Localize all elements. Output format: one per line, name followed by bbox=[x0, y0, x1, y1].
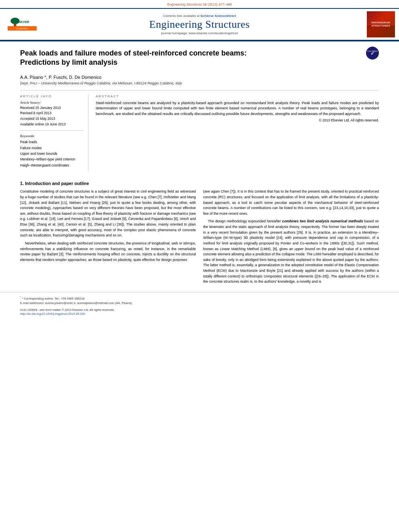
article-info-col: ARTICLE INFO Article history: Received 2… bbox=[20, 94, 88, 172]
paper-title: Peak loads and failure modes of steel-re… bbox=[20, 49, 362, 68]
abstract-text: Steel-reinforced concrete beams are anal… bbox=[96, 101, 379, 117]
corresponding-text: * Corresponding author. Tel.: +39 0965 3… bbox=[22, 296, 85, 300]
doi-link[interactable]: http://dx.doi.org/10.1016/j.engstruct.20… bbox=[20, 312, 379, 316]
journal-ref-text: Engineering Structures 56 (2013) 477–488 bbox=[167, 2, 232, 6]
engineering-structures-badge-container: ENGINEERING STRUCTURES bbox=[359, 11, 395, 37]
body-para-3: (see again Chen [7]). It is in this cont… bbox=[203, 189, 379, 216]
badge-line1: ENGINEERING bbox=[371, 21, 391, 25]
keyword-4: Menétrey–Willam-type yield criterion bbox=[20, 156, 83, 162]
abstract-col: ABSTRACT Steel-reinforced concrete beams… bbox=[96, 94, 379, 172]
journal-title: Engineering Structures bbox=[40, 18, 359, 31]
revised-date: Revised 8 April 2013 bbox=[20, 111, 83, 116]
svg-text:CrossMark: CrossMark bbox=[367, 50, 378, 52]
article-info-abstract: ARTICLE INFO Article history: Received 2… bbox=[20, 90, 379, 172]
sciverse-line: Contents lists available at SciVerse Sci… bbox=[40, 14, 359, 18]
keyword-5: Haigh–Westergaard coordinates bbox=[20, 162, 83, 168]
svg-text:ELSEVIER: ELSEVIER bbox=[16, 27, 27, 30]
crossmark-container: ✓ CrossMark bbox=[366, 47, 379, 60]
authors-text: A.A. Pisano *, P. Fuschi, D. De Domenico bbox=[20, 75, 101, 80]
body-section: 1. Introduction and paper outline Consti… bbox=[0, 181, 399, 287]
issn-text: 0141-0296/$ - see front matter © 2013 El… bbox=[20, 308, 115, 312]
available-date: Available online 19 June 2013 bbox=[20, 122, 83, 127]
sciverse-link[interactable]: SciVerse ScienceDirect bbox=[200, 14, 236, 18]
article-content: Peak loads and failure modes of steel-re… bbox=[0, 41, 399, 181]
elsevier-logo-container: ELSEVIER ELSEVIER bbox=[4, 13, 40, 35]
affiliation-line: Dept. PAU – University Mediterranea of R… bbox=[20, 81, 379, 85]
keywords-group: Keywords: Peak loads Failure modes Upper… bbox=[20, 134, 83, 168]
article-history: Article history: Received 25 January 201… bbox=[20, 101, 83, 127]
keyword-2: Failure modes bbox=[20, 145, 83, 151]
body-col-left: Constitutive modeling of concrete struct… bbox=[20, 189, 196, 287]
asterisk-sup: * bbox=[20, 296, 21, 298]
keyword-1: Peak loads bbox=[20, 139, 83, 145]
corresponding-note: * * Corresponding author. Tel.: +39 0965… bbox=[20, 296, 379, 301]
accepted-date: Accepted 15 May 2013 bbox=[20, 116, 83, 122]
doi-text[interactable]: http://dx.doi.org/10.1016/j.engstruct.20… bbox=[20, 312, 85, 316]
email-text: E-mail addresses: aurora.pisano@unirc.it… bbox=[20, 301, 133, 305]
email-note: E-mail addresses: aurora.pisano@unirc.it… bbox=[20, 301, 379, 305]
journal-reference: Engineering Structures 56 (2013) 477–488 bbox=[0, 0, 399, 8]
footer-area: * * Corresponding author. Tel.: +39 0965… bbox=[0, 292, 399, 318]
page: Engineering Structures 56 (2013) 477–488… bbox=[0, 0, 399, 532]
issn-note: 0141-0296/$ - see front matter © 2013 El… bbox=[20, 308, 379, 312]
body-para-4: The design methodology expounded hereaft… bbox=[203, 219, 379, 285]
paper-title-line2: Predictions by limit analysis bbox=[20, 58, 117, 66]
crossmark-icon: ✓ CrossMark bbox=[366, 47, 379, 60]
sciverse-prefix: Contents lists available at bbox=[163, 14, 200, 18]
authors-line: A.A. Pisano *, P. Fuschi, D. De Domenico bbox=[20, 75, 379, 80]
section1-heading: 1. Introduction and paper outline bbox=[20, 181, 379, 186]
keyword-3: Upper and lower bounds bbox=[20, 151, 83, 156]
body-para-2: Nevertheless, when dealing with reinforc… bbox=[20, 241, 196, 263]
history-label: Article history: bbox=[20, 101, 83, 105]
body-para-1: Constitutive modeling of concrete struct… bbox=[20, 189, 196, 238]
copyright-line: © 2013 Elsevier Ltd. All rights reserved… bbox=[96, 118, 379, 122]
received-date: Received 25 January 2013 bbox=[20, 105, 83, 111]
body-col-right: (see again Chen [7]). It is in this cont… bbox=[203, 189, 379, 287]
keywords-label: Keywords: bbox=[20, 134, 83, 138]
journal-homepage: journal homepage: www.elsevier.com/locat… bbox=[40, 31, 359, 35]
body-two-col: Constitutive modeling of concrete struct… bbox=[20, 189, 379, 287]
journal-header: ELSEVIER ELSEVIER Contents lists availab… bbox=[0, 8, 399, 40]
article-info-label: ARTICLE INFO bbox=[20, 94, 83, 98]
svg-text:ELSEVIER: ELSEVIER bbox=[15, 20, 29, 24]
elsevier-logo-svg: ELSEVIER ELSEVIER bbox=[6, 13, 38, 35]
journal-header-center: Contents lists available at SciVerse Sci… bbox=[40, 14, 359, 35]
badge-text: ENGINEERING STRUCTURES bbox=[371, 21, 391, 28]
badge-line2: STRUCTURES bbox=[371, 25, 391, 28]
paper-title-line1: Peak loads and failure modes of steel-re… bbox=[20, 49, 247, 57]
eng-struct-badge: ENGINEERING STRUCTURES bbox=[367, 11, 395, 37]
abstract-label: ABSTRACT bbox=[96, 94, 379, 98]
info-divider bbox=[20, 130, 83, 131]
